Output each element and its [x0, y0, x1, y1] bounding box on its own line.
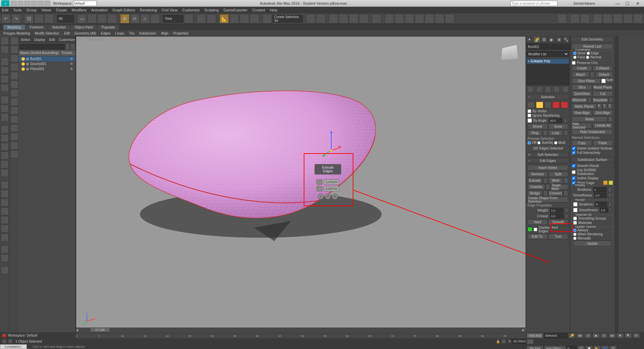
vp-view[interactable]: [ Perspective ] [85, 38, 106, 41]
rib-polygon-modeling[interactable]: Polygon Modeling [3, 32, 30, 35]
undo-icon[interactable]: ↶ [1, 14, 11, 23]
coord-mode-icon[interactable] [501, 339, 506, 344]
ref-coord-dropdown[interactable]: View [163, 15, 183, 22]
rendered-frame-icon[interactable] [395, 14, 404, 23]
auto-key-button[interactable]: Auto Key [527, 333, 543, 338]
menu-modifiers[interactable]: Modifiers [71, 8, 87, 12]
manipulate-icon[interactable] [197, 14, 206, 23]
set-key-button[interactable]: Set Key [527, 346, 543, 349]
rend-smooth-check[interactable] [573, 208, 578, 212]
snap-toggle-icon[interactable]: 📐 [219, 14, 229, 23]
rib-edges[interactable]: Edges [101, 32, 110, 35]
menu-views[interactable]: Views [41, 8, 51, 12]
help-search-input[interactable]: Type a keyword or phrase [510, 1, 557, 6]
tab-modeling[interactable]: Modeling [3, 25, 25, 30]
spinner-arrows[interactable] [608, 193, 611, 198]
particle2-icon[interactable] [603, 14, 612, 23]
slice-button[interactable]: Slice [572, 84, 592, 90]
lock-selection-icon[interactable]: 🔒 [496, 340, 500, 343]
lt1-tree-icon[interactable] [1, 198, 9, 207]
particle5-icon[interactable] [633, 14, 643, 23]
select-rotate-icon[interactable]: ⟳ [130, 14, 140, 23]
relax-settings[interactable] [608, 116, 613, 122]
next-frame-icon[interactable]: ▸ [600, 333, 608, 338]
rend-iter-spinner[interactable]: 0 [595, 202, 607, 207]
caddy-apply-button[interactable]: + [325, 193, 331, 199]
lt2-skin-icon[interactable] [10, 141, 18, 150]
constraint-face-radio[interactable] [573, 56, 577, 59]
lt1-sphere1-icon[interactable] [1, 125, 9, 133]
qat-new-icon[interactable] [11, 1, 17, 6]
rib-loops[interactable]: Loops [115, 32, 124, 35]
lt2-mesh-icon[interactable] [10, 46, 18, 54]
frozen-icon[interactable]: ❄ [70, 57, 73, 61]
constraint-none-radio[interactable] [573, 52, 577, 55]
nav-orbit-icon[interactable]: ⟳ [633, 333, 640, 338]
cage-color2[interactable] [609, 181, 613, 185]
lt1-sphere3-icon[interactable] [1, 245, 9, 253]
select-name-icon[interactable] [87, 14, 97, 23]
timeline-right-arrow[interactable]: ▸ [522, 328, 526, 332]
lt2-cloth-icon[interactable] [10, 124, 18, 132]
select-scale-icon[interactable]: ⤢ [140, 14, 150, 23]
display-hard-check[interactable] [534, 228, 537, 231]
lt1-plane-icon[interactable] [1, 58, 9, 66]
rib-modify-selection[interactable]: Modify Selection [35, 32, 59, 35]
subobj-border-icon[interactable] [544, 102, 552, 108]
hide-unselected-button[interactable]: Hide Unselected [572, 129, 613, 135]
attach-button[interactable]: Attach [572, 72, 589, 77]
particle4-icon[interactable] [623, 14, 633, 23]
render-iter-icon[interactable] [425, 14, 434, 23]
time-config-icon[interactable]: ⏱ [577, 346, 585, 349]
se-view-icon[interactable] [70, 44, 75, 50]
msmooth-button[interactable]: MSmooth [572, 97, 587, 103]
object-name-input[interactable] [527, 44, 572, 50]
view-align-button[interactable]: View Align [572, 110, 592, 116]
frozen-icon[interactable]: ❄ [70, 62, 73, 66]
attach-list-button[interactable] [590, 72, 595, 77]
time-ruler[interactable]: 0510152025303540455055606570758085909510… [76, 333, 526, 338]
cloth2-icon[interactable] [580, 14, 590, 23]
preserve-uvs-check[interactable] [572, 61, 576, 65]
menu-edit[interactable]: Edit [2, 8, 8, 12]
list-item[interactable]: Gravity001 ❄ [19, 61, 76, 66]
cloth-icon[interactable] [557, 14, 567, 23]
render-icon[interactable] [405, 14, 414, 23]
menu-content[interactable]: Content [252, 8, 265, 12]
lt1-circle-icon[interactable] [1, 169, 9, 177]
subobj-element-icon[interactable] [561, 102, 568, 108]
hard-edge-color[interactable] [528, 227, 532, 232]
preview-subobj-radio[interactable] [537, 141, 541, 144]
tessellate-button[interactable]: Tessellate [592, 97, 608, 103]
pivot-icon[interactable] [184, 14, 193, 23]
time-slider-thumb[interactable]: 0 / 100 [90, 328, 110, 332]
key-filters-button[interactable]: Key Filters... [544, 346, 566, 349]
lt2-uvw-icon[interactable] [10, 115, 18, 123]
copy-sel-button[interactable]: Copy [572, 140, 592, 146]
sep-materials-check[interactable] [573, 221, 577, 225]
rollout-selection[interactable]: −Selection [527, 94, 569, 100]
perspective-viewport[interactable]: [ + ] [ Perspective ] [ Realistic + Edge… [76, 36, 526, 332]
se-customize[interactable]: Customize [59, 38, 75, 42]
chamfer-settings-button[interactable] [546, 184, 550, 190]
cut-button[interactable]: Cut [593, 91, 613, 97]
cmd-scrollbar[interactable] [614, 36, 618, 332]
tab-hierarchy-icon[interactable]: ⛓ [541, 36, 548, 43]
grid-align-button[interactable]: Grid Align [593, 110, 613, 116]
render-setup-icon[interactable] [385, 14, 394, 23]
transform-gizmo[interactable] [321, 130, 341, 157]
lt2-face-icon[interactable] [10, 54, 18, 62]
selection-filter-dropdown[interactable]: All [57, 15, 74, 22]
weld-settings-button[interactable] [563, 178, 568, 183]
lt1-cursor-icon[interactable] [1, 37, 9, 45]
tab-populate[interactable]: Populate [98, 25, 119, 30]
rollout-edit-edges[interactable]: −Edit Edges [527, 158, 569, 163]
create-shape-button[interactable]: Create Shape From Selection [528, 197, 568, 202]
insert-vertex-button[interactable]: Insert Vertex [528, 165, 568, 171]
modifier-list-dropdown[interactable]: Modifier List [527, 51, 569, 57]
sep-smoothing-check[interactable] [573, 217, 577, 220]
connect-settings-button[interactable] [563, 190, 568, 196]
constraint-edge-radio[interactable] [587, 52, 590, 55]
slice-plane-button[interactable]: Slice Plane [572, 78, 601, 84]
subobj-polygon-icon[interactable] [552, 102, 560, 108]
